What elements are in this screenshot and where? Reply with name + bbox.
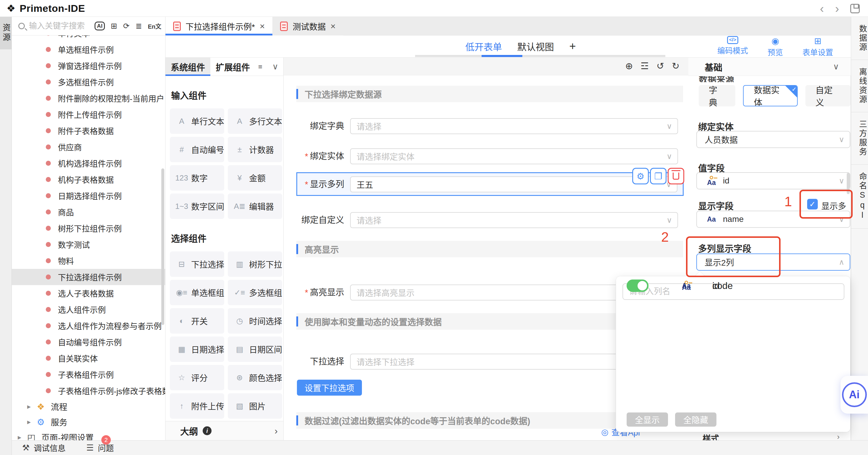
tree-item[interactable]: 附件删除的权限控制-当前用户 [12, 90, 165, 107]
expand-arrow-icon[interactable]: ▸ [27, 402, 35, 411]
redo-icon[interactable]: ↻ [672, 61, 680, 71]
canvas-hscrollbar-thumb[interactable] [482, 55, 522, 57]
tree-group[interactable]: ▸ ⚙ 服务 [12, 414, 165, 430]
inspector-scrollbar[interactable] [847, 173, 850, 194]
rail-tab[interactable]: 离线资源 [851, 60, 868, 112]
palette-item[interactable]: ▤ 日期区间 [228, 336, 282, 362]
forward-icon[interactable]: › [835, 3, 839, 14]
tree-item[interactable]: 树形下拉组件示例 [12, 220, 165, 236]
expand-arrow-icon[interactable]: ▸ [27, 418, 35, 426]
palette-item[interactable]: ◐ 开关 [170, 308, 224, 334]
tab-extension-components[interactable]: 扩展组件 [210, 58, 255, 76]
sidebar-scrollbar[interactable] [161, 169, 164, 325]
palette-item[interactable]: ⊟ 下拉选择 [170, 251, 224, 277]
canvas-hscrollbar[interactable] [415, 55, 665, 57]
new-resource-icon[interactable]: ⊞ [111, 22, 117, 31]
value-field-select[interactable]: Aa id ∨ [696, 172, 850, 189]
tree-group[interactable]: ▸ ❖ 流程 [12, 399, 165, 414]
save-icon[interactable] [850, 4, 860, 13]
chevron-down-icon[interactable]: ∨ [833, 62, 839, 71]
rail-tab[interactable]: 数据源 [851, 17, 868, 60]
palette-item[interactable]: 123 数字 [170, 165, 224, 190]
multicol-select[interactable]: 王五 ∨ [350, 176, 677, 192]
palette-item[interactable]: ▥ 树形下拉 [228, 251, 282, 277]
bind-entity-select[interactable]: 人员数据 ∨ [696, 131, 850, 148]
tree-item[interactable]: 子表格组件示例 [12, 366, 165, 383]
outline-filter-icon[interactable]: ☲ [641, 61, 649, 71]
palette-item[interactable]: A 单行文本 [170, 109, 224, 134]
bind-custom-select[interactable]: 请选择 ∨ [350, 212, 678, 228]
tree-item[interactable]: 附件子表格数据 [12, 123, 165, 139]
translate-icon[interactable]: En文 [148, 22, 161, 30]
doc-tab-dropdown-example[interactable]: 下拉选择组件示例* × [165, 17, 272, 35]
refresh-icon[interactable]: ⟳ [123, 22, 130, 31]
tab-data-entity[interactable]: 数据实体 ✓ [743, 85, 798, 107]
column-visibility-toggle[interactable] [627, 279, 649, 292]
bind-entity-select[interactable]: 请选择绑定实体 ∨ [350, 148, 678, 164]
tree-item[interactable]: 多选框组件示例 [12, 74, 165, 90]
palette-item[interactable]: A 多行文本 [228, 109, 282, 134]
palette-item[interactable]: ▦ 日期选择 [170, 336, 224, 362]
component-copy-button[interactable]: ❐ [650, 168, 666, 184]
bind-dict-select[interactable]: 请选择 ∨ [350, 118, 678, 134]
palette-item[interactable]: # 自动编号 [170, 137, 224, 162]
rail-tab[interactable]: 三方服务 [851, 112, 868, 164]
preview-button[interactable]: ◉ 预览 [768, 36, 783, 57]
tree-item[interactable]: 数字测试 [12, 236, 165, 253]
search-input[interactable] [29, 22, 94, 31]
tree-item[interactable]: 选人组件作为流程参与者示例 [12, 317, 165, 334]
rail-tab[interactable]: 命名Sql [851, 164, 868, 229]
close-icon[interactable]: × [260, 21, 265, 31]
tree-item[interactable]: 物料 [12, 253, 165, 269]
palette-item[interactable]: ¥ 金额 [228, 165, 282, 190]
tree-item[interactable]: 单选框组件示例 [12, 41, 165, 58]
back-icon[interactable]: ‹ [820, 3, 824, 14]
palette-item[interactable]: A≣ 编辑器 [228, 193, 282, 219]
doc-tab-test-data[interactable]: 测试数据 × [272, 17, 343, 35]
tree-item[interactable]: 商品 [12, 204, 165, 220]
style-section-row[interactable]: 样式 › [688, 432, 851, 440]
palette-item[interactable]: ◉≡ 单选框组 [170, 280, 224, 305]
outline-bar[interactable]: 大纲 i › [165, 421, 284, 440]
multi-col-fields-select[interactable]: 显示2列 ∧ [696, 253, 850, 271]
show-all-button[interactable]: 全显示 [627, 413, 668, 427]
view-tab-default-view[interactable]: 默认视图 [517, 39, 554, 53]
tree-item[interactable]: 下拉选择组件示例 [12, 269, 165, 285]
inspector-header[interactable]: 基础 ∨ [688, 58, 851, 76]
tree-item[interactable]: 机构子表格数据 [12, 171, 165, 188]
palette-menu-icon[interactable]: ≡ [258, 63, 262, 71]
palette-item[interactable]: ▧ 图片 [228, 393, 282, 419]
tab-custom[interactable]: 自定义 [805, 85, 850, 107]
hide-all-button[interactable]: 全隐藏 [675, 413, 716, 427]
tree-item[interactable]: 子表格组件示例-js修改子表格数据 [12, 383, 165, 399]
globe-icon[interactable]: ⊕ [625, 61, 633, 71]
tree-item[interactable]: 弹窗选择组件示例 [12, 58, 165, 74]
debug-info-button[interactable]: ⚒ 调试信息 [22, 442, 66, 454]
tree-item[interactable]: 附件上传组件示例 [12, 107, 165, 123]
tree-item[interactable]: 自关联实体 [12, 350, 165, 366]
expand-arrow-icon[interactable]: ▸ [18, 433, 25, 440]
tree-item[interactable]: 单行文本 [12, 35, 165, 41]
palette-item[interactable]: ⊛ 颜色选择 [228, 365, 282, 390]
form-settings-button[interactable]: ⊞ 表单设置 [802, 36, 833, 57]
collapse-all-icon[interactable]: ≣ [135, 22, 142, 31]
display-field-select[interactable]: Aa name ∨ [696, 211, 850, 228]
code-mode-button[interactable]: </> 编码模式 [717, 36, 748, 57]
problems-button[interactable]: ☰ 问题 [86, 442, 114, 454]
palette-item[interactable]: ☆ 评分 [170, 365, 224, 390]
tree-root-item[interactable]: ▸ ◰ 页面-视图设置 [12, 430, 165, 440]
multi-column-checkbox[interactable]: ✓ [807, 199, 818, 210]
tab-system-components[interactable]: 系统组件 [165, 58, 210, 76]
view-tab-low-code-form[interactable]: 低开表单 [465, 39, 502, 53]
palette-item[interactable]: ± 计数器 [228, 137, 282, 162]
ai-assistant-button[interactable]: Ai [840, 376, 868, 414]
tree-item[interactable]: 日期选择组件示例 [12, 188, 165, 204]
tree-item[interactable]: 机构选择组件示例 [12, 155, 165, 171]
undo-icon[interactable]: ↺ [656, 61, 664, 71]
tree-item[interactable]: 供应商 [12, 139, 165, 155]
tree-item[interactable]: 选人子表格数据 [12, 285, 165, 301]
palette-item[interactable]: ✓≡ 多选框组 [228, 280, 282, 305]
palette-item[interactable]: ◷ 时间选择 [228, 308, 282, 334]
component-settings-button[interactable]: ⚙ [632, 168, 649, 184]
tree-item[interactable]: 选人组件示例 [12, 301, 165, 317]
